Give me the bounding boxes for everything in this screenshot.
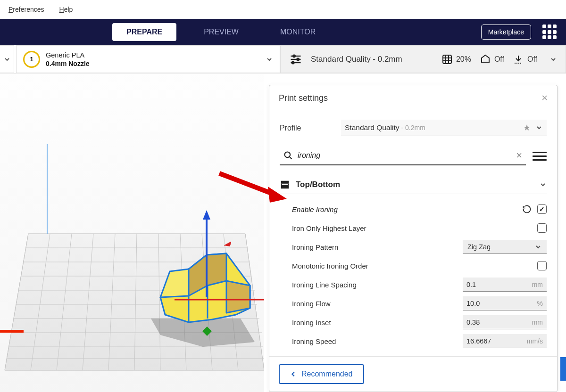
line-spacing-input[interactable]: mm	[463, 278, 547, 292]
panel-header: Print settings ×	[269, 85, 557, 111]
svg-marker-35	[203, 210, 210, 220]
top-nav: PREPARE PREVIEW MONITOR Marketplace	[0, 19, 566, 45]
setting-ironing-pattern: Ironing Pattern Zig Zag	[292, 237, 547, 256]
section-top-bottom[interactable]: Top/Bottom	[280, 176, 547, 194]
svg-point-36	[285, 152, 291, 158]
profile-detail: - 0.2mm	[401, 124, 425, 131]
chevron-down-icon	[535, 124, 543, 131]
menubar: Preferences Help	[0, 0, 566, 19]
setting-label: Iron Only Highest Layer	[292, 224, 537, 232]
material-info: Generic PLA 0.4mm Nozzle	[46, 51, 90, 67]
clear-search-icon[interactable]: ×	[516, 149, 522, 162]
close-icon[interactable]: ×	[541, 93, 548, 103]
ironing-pattern-dropdown[interactable]: Zig Zag	[463, 240, 547, 254]
setting-enable-ironing: Enable Ironing	[292, 200, 547, 219]
adhesion-stat: Off	[513, 54, 537, 65]
material-name: Generic PLA	[46, 51, 90, 59]
section-title: Top/Bottom	[296, 180, 533, 189]
setting-line-spacing: Ironing Line Spacing mm	[292, 275, 547, 294]
inset-field[interactable]	[466, 318, 530, 326]
flow-field[interactable]	[466, 300, 535, 307]
support-stat: Off	[480, 54, 504, 65]
extruder-collapse-toggle[interactable]	[0, 45, 14, 73]
search-box: ×	[280, 147, 526, 165]
top-bottom-icon	[280, 180, 290, 190]
setting-label: Ironing Speed	[292, 337, 463, 345]
speed-input[interactable]: mm/s	[463, 334, 547, 348]
red-decoration	[0, 330, 24, 333]
adhesion-icon	[513, 54, 524, 65]
settings-menu-icon[interactable]	[533, 149, 547, 163]
panel-footer: Recommended	[269, 356, 557, 392]
print-settings-panel: Print settings × Profile Standard Qualit…	[269, 85, 558, 392]
profile-name: Standard Quality	[345, 123, 399, 132]
apps-grid-icon[interactable]	[542, 24, 558, 40]
monotonic-order-checkbox[interactable]	[537, 261, 547, 270]
menu-help[interactable]: Help	[59, 6, 73, 13]
extruder-badge: 1	[23, 51, 40, 68]
profile-dropdown[interactable]: Standard Quality - 0.2mm ★	[341, 120, 547, 136]
setting-label: Enable Ironing	[292, 205, 522, 213]
print-settings-bar[interactable]: Standard Quality - 0.2mm 20% Off Off	[280, 45, 566, 73]
infill-stat: 20%	[441, 54, 471, 65]
tab-monitor[interactable]: MONITOR	[266, 23, 330, 41]
nozzle-size: 0.4mm Nozzle	[46, 60, 90, 67]
svg-rect-38	[282, 181, 289, 183]
svg-point-3	[297, 58, 299, 60]
svg-rect-40	[282, 187, 289, 188]
setting-label: Ironing Pattern	[292, 243, 463, 251]
blue-decoration	[560, 357, 566, 381]
enable-ironing-checkbox[interactable]	[537, 204, 547, 214]
svg-point-1	[293, 55, 295, 57]
infill-icon	[441, 54, 453, 65]
inset-input[interactable]: mm	[463, 315, 547, 329]
viewport-3d[interactable]	[0, 74, 264, 392]
reset-icon[interactable]	[522, 204, 532, 214]
svg-rect-39	[282, 184, 289, 186]
svg-point-5	[292, 61, 294, 64]
iron-only-highest-checkbox[interactable]	[537, 223, 547, 233]
panel-title: Print settings	[279, 93, 541, 103]
sliders-icon	[289, 53, 302, 66]
chevron-down-icon	[539, 181, 547, 188]
chevron-down-icon	[266, 56, 273, 63]
setting-label: Ironing Line Spacing	[292, 281, 463, 289]
setting-monotonic-order: Monotonic Ironing Order	[292, 256, 547, 275]
menu-preferences[interactable]: Preferences	[8, 6, 44, 13]
marketplace-button[interactable]: Marketplace	[481, 24, 531, 40]
setting-speed: Ironing Speed mm/s	[292, 332, 547, 351]
flow-input[interactable]: %	[463, 296, 547, 310]
setting-label: Ironing Inset	[292, 318, 463, 327]
profile-label: Profile	[280, 124, 341, 132]
settings-list: Enable Ironing Iron Only Highest Layer I…	[280, 194, 547, 353]
search-input[interactable]	[298, 151, 511, 160]
search-icon	[283, 151, 293, 160]
chevron-left-icon	[290, 371, 297, 377]
speed-field[interactable]	[466, 337, 525, 345]
chevron-down-icon	[534, 243, 542, 251]
toolbar: 1 Generic PLA 0.4mm Nozzle Standard Qual…	[0, 45, 566, 74]
search-row: ×	[280, 147, 547, 165]
chevron-down-icon	[549, 56, 557, 63]
svg-marker-32	[226, 281, 250, 313]
line-spacing-field[interactable]	[466, 281, 530, 288]
profile-summary: Standard Quality - 0.2mm	[311, 55, 433, 64]
recommended-button[interactable]: Recommended	[279, 364, 364, 384]
build-plate	[0, 111, 264, 375]
material-selector[interactable]: 1 Generic PLA 0.4mm Nozzle	[16, 45, 280, 73]
setting-inset: Ironing Inset mm	[292, 313, 547, 332]
star-icon[interactable]: ★	[523, 122, 531, 133]
tab-preview[interactable]: PREVIEW	[190, 23, 253, 41]
setting-iron-only-highest: Iron Only Highest Layer	[292, 219, 547, 237]
tab-group: PREPARE PREVIEW MONITOR	[112, 23, 330, 41]
setting-label: Monotonic Ironing Order	[292, 262, 537, 270]
setting-label: Ironing Flow	[292, 300, 463, 308]
setting-flow: Ironing Flow %	[292, 294, 547, 313]
tab-prepare[interactable]: PREPARE	[112, 23, 176, 41]
profile-row: Profile Standard Quality - 0.2mm ★	[280, 120, 547, 136]
support-icon	[480, 54, 491, 65]
svg-line-37	[290, 157, 292, 159]
svg-rect-6	[443, 55, 451, 64]
